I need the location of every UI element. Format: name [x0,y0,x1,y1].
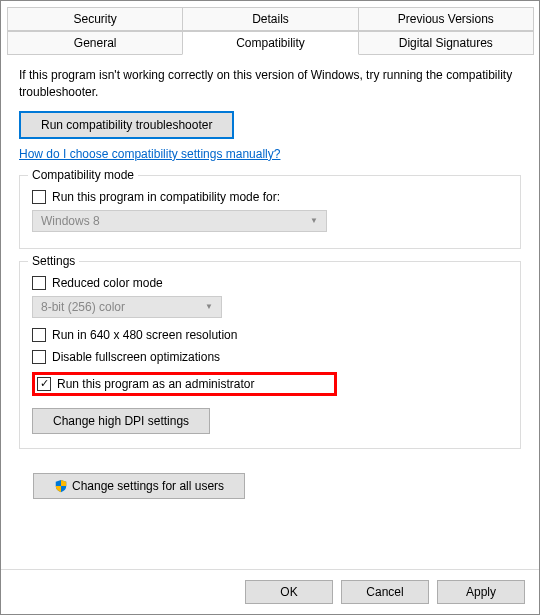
chevron-down-icon: ▼ [205,302,213,311]
settings-group: Settings Reduced color mode 8-bit (256) … [19,261,521,449]
tab-strip: Security Details Previous Versions Gener… [1,1,539,55]
run-admin-checkbox[interactable] [37,377,51,391]
intro-text: If this program isn't working correctly … [19,67,521,101]
reduced-color-row[interactable]: Reduced color mode [32,276,508,290]
dialog-footer: OK Cancel Apply [1,569,539,614]
dpi-settings-button[interactable]: Change high DPI settings [32,408,210,434]
color-mode-dropdown[interactable]: 8-bit (256) color ▼ [32,296,222,318]
run-admin-row[interactable]: Run this program as an administrator [37,377,254,391]
apply-button[interactable]: Apply [437,580,525,604]
compat-mode-checkbox[interactable] [32,190,46,204]
color-mode-value: 8-bit (256) color [41,300,125,314]
ok-button[interactable]: OK [245,580,333,604]
troubleshooter-button[interactable]: Run compatibility troubleshooter [19,111,234,139]
compat-mode-checkbox-row[interactable]: Run this program in compatibility mode f… [32,190,508,204]
tab-compatibility[interactable]: Compatibility [182,31,358,55]
tab-content: If this program isn't working correctly … [1,55,539,511]
run-640-label: Run in 640 x 480 screen resolution [52,328,237,342]
compat-mode-dropdown-value: Windows 8 [41,214,100,228]
disable-fullscreen-checkbox[interactable] [32,350,46,364]
all-users-button[interactable]: Change settings for all users [33,473,245,499]
run-admin-highlight: Run this program as an administrator [32,372,337,396]
run-640-checkbox[interactable] [32,328,46,342]
shield-icon [54,479,68,493]
cancel-button[interactable]: Cancel [341,580,429,604]
reduced-color-label: Reduced color mode [52,276,163,290]
run-admin-label: Run this program as an administrator [57,377,254,391]
all-users-label: Change settings for all users [72,479,224,493]
settings-title: Settings [28,254,79,268]
tab-general[interactable]: General [7,31,183,55]
compat-mode-group: Compatibility mode Run this program in c… [19,175,521,249]
properties-dialog: Security Details Previous Versions Gener… [0,0,540,615]
disable-fullscreen-label: Disable fullscreen optimizations [52,350,220,364]
tab-security[interactable]: Security [7,7,183,31]
compat-mode-dropdown[interactable]: Windows 8 ▼ [32,210,327,232]
compat-mode-label: Run this program in compatibility mode f… [52,190,280,204]
disable-fullscreen-row[interactable]: Disable fullscreen optimizations [32,350,508,364]
compat-mode-title: Compatibility mode [28,168,138,182]
help-link[interactable]: How do I choose compatibility settings m… [19,147,280,161]
tab-details[interactable]: Details [182,7,358,31]
tab-digital-signatures[interactable]: Digital Signatures [358,31,534,55]
reduced-color-checkbox[interactable] [32,276,46,290]
chevron-down-icon: ▼ [310,216,318,225]
run-640-row[interactable]: Run in 640 x 480 screen resolution [32,328,508,342]
tab-previous-versions[interactable]: Previous Versions [358,7,534,31]
